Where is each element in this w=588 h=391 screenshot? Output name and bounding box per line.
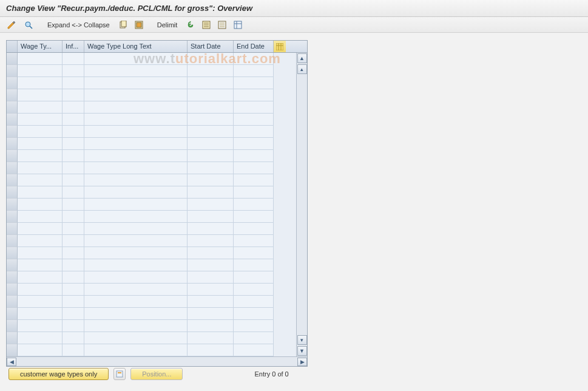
cell-wage-type[interactable]: [18, 77, 63, 89]
table-row[interactable]: [7, 65, 296, 77]
cell-start-date[interactable]: [188, 162, 234, 174]
select-all-icon[interactable]: [133, 19, 145, 30]
cell-end-date[interactable]: [234, 138, 274, 150]
row-selector[interactable]: [7, 296, 18, 308]
table-row[interactable]: [7, 77, 296, 89]
scroll-right-icon[interactable]: ▶: [297, 358, 307, 366]
cell-start-date[interactable]: [188, 308, 234, 320]
table-row[interactable]: [7, 174, 296, 186]
cell-infotype[interactable]: [63, 89, 84, 101]
deselect-all-icon[interactable]: [216, 19, 228, 30]
cell-wage-type[interactable]: [18, 259, 63, 271]
cell-wage-long-text[interactable]: [84, 223, 188, 235]
table-row[interactable]: [7, 114, 296, 126]
cell-wage-long-text[interactable]: [84, 308, 188, 320]
row-selector[interactable]: [7, 53, 18, 65]
table-row[interactable]: [7, 89, 296, 101]
cell-wage-type[interactable]: [18, 296, 63, 308]
scroll-track[interactable]: [297, 75, 307, 335]
cell-start-date[interactable]: [188, 223, 234, 235]
cell-infotype[interactable]: [63, 174, 84, 186]
row-selector[interactable]: [7, 77, 18, 89]
delimit-button[interactable]: Delimit: [154, 19, 181, 30]
cell-start-date[interactable]: [188, 284, 234, 296]
col-header-end-date[interactable]: End Date: [234, 41, 274, 52]
cell-wage-type[interactable]: [18, 162, 63, 174]
cell-end-date[interactable]: [234, 271, 274, 284]
cell-infotype[interactable]: [63, 332, 84, 344]
cell-start-date[interactable]: [188, 235, 234, 247]
table-settings-icon[interactable]: [232, 19, 244, 30]
table-row[interactable]: [7, 150, 296, 162]
cell-start-date[interactable]: [188, 174, 234, 186]
cell-wage-long-text[interactable]: [84, 138, 188, 150]
cell-wage-type[interactable]: [18, 199, 63, 211]
cell-infotype[interactable]: [63, 138, 84, 150]
hscroll-track[interactable]: [16, 358, 297, 366]
cell-end-date[interactable]: [234, 247, 274, 259]
cell-infotype[interactable]: [63, 235, 84, 247]
cell-wage-long-text[interactable]: [84, 296, 188, 308]
cell-infotype[interactable]: [63, 259, 84, 271]
table-row[interactable]: [7, 211, 296, 223]
cell-end-date[interactable]: [234, 320, 274, 332]
cell-start-date[interactable]: [188, 114, 234, 126]
cell-wage-type[interactable]: [18, 126, 63, 138]
row-selector[interactable]: [7, 65, 18, 77]
cell-end-date[interactable]: [234, 150, 274, 162]
table-row[interactable]: [7, 296, 296, 308]
copy-icon[interactable]: [117, 19, 129, 30]
cell-start-date[interactable]: [188, 259, 234, 271]
table-row[interactable]: [7, 162, 296, 174]
cell-infotype[interactable]: [63, 114, 84, 126]
cell-start-date[interactable]: [188, 126, 234, 138]
row-selector[interactable]: [7, 150, 18, 162]
table-row[interactable]: [7, 235, 296, 247]
toggle-display-change-icon[interactable]: [5, 19, 18, 30]
table-row[interactable]: [7, 320, 296, 332]
expand-collapse-button[interactable]: Expand <-> Collapse: [44, 19, 113, 30]
cell-wage-type[interactable]: [18, 186, 63, 199]
cell-infotype[interactable]: [63, 186, 84, 199]
cell-infotype[interactable]: [63, 223, 84, 235]
cell-start-date[interactable]: [188, 65, 234, 77]
cell-end-date[interactable]: [234, 89, 274, 101]
row-selector[interactable]: [7, 101, 18, 114]
cell-end-date[interactable]: [234, 223, 274, 235]
table-row[interactable]: [7, 186, 296, 199]
row-selector[interactable]: [7, 259, 18, 271]
row-selector[interactable]: [7, 344, 18, 356]
cell-wage-long-text[interactable]: [84, 186, 188, 199]
cell-wage-long-text[interactable]: [84, 284, 188, 296]
cell-infotype[interactable]: [63, 344, 84, 356]
cell-end-date[interactable]: [234, 235, 274, 247]
cell-infotype[interactable]: [63, 247, 84, 259]
cell-end-date[interactable]: [234, 332, 274, 344]
cell-wage-type[interactable]: [18, 284, 63, 296]
cell-wage-type[interactable]: [18, 65, 63, 77]
row-selector[interactable]: [7, 332, 18, 344]
cell-start-date[interactable]: [188, 138, 234, 150]
cell-start-date[interactable]: [188, 199, 234, 211]
table-row[interactable]: [7, 308, 296, 320]
cell-end-date[interactable]: [234, 53, 274, 65]
cell-infotype[interactable]: [63, 199, 84, 211]
cell-wage-long-text[interactable]: [84, 271, 188, 284]
cell-infotype[interactable]: [63, 162, 84, 174]
customer-wage-types-button[interactable]: customer wage types only: [8, 368, 109, 380]
cell-infotype[interactable]: [63, 211, 84, 223]
row-selector[interactable]: [7, 174, 18, 186]
cell-wage-long-text[interactable]: [84, 101, 188, 114]
cell-infotype[interactable]: [63, 77, 84, 89]
col-header-wage-long-text[interactable]: Wage Type Long Text: [84, 41, 188, 52]
cell-infotype[interactable]: [63, 126, 84, 138]
row-selector[interactable]: [7, 284, 18, 296]
cell-start-date[interactable]: [188, 77, 234, 89]
cell-wage-long-text[interactable]: [84, 77, 188, 89]
cell-wage-long-text[interactable]: [84, 344, 188, 356]
col-header-start-date[interactable]: Start Date: [188, 41, 234, 52]
cell-start-date[interactable]: [188, 247, 234, 259]
cell-wage-type[interactable]: [18, 101, 63, 114]
cell-end-date[interactable]: [234, 284, 274, 296]
cell-start-date[interactable]: [188, 150, 234, 162]
